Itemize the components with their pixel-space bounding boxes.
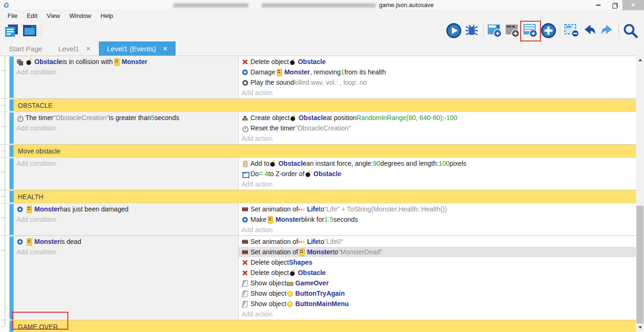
tab-level1-events[interactable]: Level1 (Events)✕ (99, 41, 176, 56)
text-segment: 90 (373, 160, 380, 167)
scroll-up-button[interactable] (636, 57, 644, 64)
object-name: Life (307, 205, 319, 213)
event-selector-bar[interactable] (9, 57, 14, 98)
remove-event-button[interactable] (563, 22, 580, 40)
add-button[interactable] (539, 22, 557, 40)
action-row[interactable]: Reset the timer "ObstacleCreation" (239, 123, 636, 133)
action-row[interactable]: Set animation of Life to "Life0" (239, 236, 636, 247)
event-selector-bar[interactable] (9, 204, 14, 235)
health-icon (242, 216, 249, 223)
tab-level1[interactable]: Level1✕ (50, 41, 99, 56)
text-segment: seconds (333, 216, 358, 223)
condition-row[interactable]: Obstacle is in collision with Monster (14, 57, 238, 67)
add-event-button[interactable] (522, 22, 539, 40)
event-selector-bar[interactable] (9, 158, 14, 189)
action-row[interactable]: Delete object Obstacle (239, 57, 636, 67)
add-action-button[interactable]: Add action (239, 309, 636, 319)
action-row[interactable]: Set animation of Life to "Life" + ToStri… (239, 204, 636, 214)
add-action-button[interactable]: Add action (239, 179, 636, 189)
event-selector-bar[interactable] (9, 145, 14, 157)
text-segment: Play the sound (250, 79, 294, 86)
condition-row[interactable]: The timer "ObstacleCreation" is greater … (14, 113, 238, 123)
project-window-icon (22, 23, 38, 40)
action-row[interactable]: Show object ButtonTryAgain (239, 288, 636, 299)
menu-window[interactable]: Window (64, 11, 96, 20)
bomb-icon (290, 114, 297, 121)
action-row[interactable]: Show object GameOver (239, 278, 636, 288)
text-segment: Add to (250, 160, 269, 167)
action-row[interactable]: Set animation of Monster to "MonsterDead… (239, 247, 636, 257)
add-action-button[interactable]: Add action (239, 133, 636, 144)
tab-close-icon[interactable]: ✕ (86, 45, 91, 52)
tab-close-icon[interactable]: ✕ (162, 45, 168, 52)
add-condition-button[interactable]: Add condition (14, 158, 238, 169)
text-segment: an instant force, angle: (306, 160, 373, 167)
text-segment: to (333, 248, 338, 256)
project-window-button[interactable] (21, 22, 39, 40)
comment-row[interactable]: HEALTH (0, 190, 636, 203)
text-segment: Add condition (16, 68, 56, 76)
event-selector-bar[interactable] (9, 236, 14, 319)
action-row[interactable]: Delete object Obstacle (239, 267, 636, 278)
text-segment: killed.wav, vol.: , loop: no (294, 79, 367, 86)
event-selector-bar[interactable] (9, 99, 14, 111)
event-block: Monster is deadAdd conditionSet animatio… (0, 236, 636, 320)
action-row[interactable]: Play the sound killed.wav, vol.: , loop:… (239, 77, 636, 88)
search-button[interactable] (621, 22, 639, 40)
undo-button[interactable] (580, 22, 598, 40)
health-icon (16, 238, 24, 245)
action-row[interactable]: Show object ButtonMainMenu (239, 299, 636, 309)
redo-button[interactable] (598, 22, 616, 40)
toolbar-separator (560, 24, 560, 38)
text-segment: Add action (242, 310, 273, 318)
minimize-button[interactable] (590, 0, 606, 10)
debug-button[interactable] (463, 22, 481, 40)
scrollbar-track[interactable] (636, 56, 644, 332)
conditions-column: Monster is deadAdd condition (14, 236, 239, 320)
menu-file[interactable]: File (3, 11, 22, 20)
text-segment: degrees and length: (380, 160, 439, 167)
text-segment: "Life" + ToString(Monster.Health::Health… (324, 205, 447, 213)
add-action-button[interactable]: Add action (239, 225, 636, 235)
play-button[interactable] (445, 22, 463, 40)
comment-row[interactable]: Move obstacle (0, 145, 636, 158)
action-row[interactable]: Make Monster blink for 1.5 seconds (239, 214, 636, 225)
gdevelop-logo-icon: G (4, 1, 9, 9)
comment-row[interactable]: OBSTACLE (0, 99, 636, 112)
menu-help[interactable]: Help (96, 11, 118, 20)
add-subevent-button[interactable] (486, 22, 504, 40)
tab-start-page[interactable]: Start Page (1, 41, 50, 56)
scrollbar-thumb[interactable] (636, 206, 644, 324)
monster-icon (266, 216, 274, 223)
add-condition-button[interactable]: Add condition (14, 123, 238, 133)
event-selector-bar[interactable] (9, 113, 14, 144)
object-name: GameOver (295, 279, 329, 287)
text-segment: Show object (250, 290, 286, 297)
add-comment-button[interactable] (504, 22, 522, 40)
action-row[interactable]: Damage Monster, removing 1 from its heal… (239, 67, 636, 77)
maximize-button[interactable] (606, 0, 622, 10)
add-action-button[interactable]: Add action (239, 88, 636, 98)
action-row[interactable]: Create object Obstacle at position Rando… (239, 113, 636, 123)
conditions-column: Obstacle is in collision with MonsterAdd… (14, 56, 239, 98)
event-selector-bar[interactable] (9, 191, 14, 202)
toolbar (0, 21, 644, 41)
monster-icon (275, 69, 282, 76)
action-row[interactable]: Add to Obstacle an instant force, angle:… (239, 158, 636, 169)
comment-row[interactable]: GAME OVER (0, 320, 636, 332)
close-button[interactable]: ✕ (622, 0, 644, 10)
menu-edit[interactable]: Edit (22, 11, 42, 20)
action-row[interactable]: Delete object Shapes (239, 257, 636, 267)
menu-view[interactable]: View (42, 11, 64, 20)
condition-row[interactable]: Monster is dead (14, 236, 238, 247)
action-row[interactable]: Do = 4 to Z-order of Obstacle (239, 169, 636, 179)
tree-tick (1, 105, 5, 105)
text-segment: blink for (301, 216, 324, 223)
add-condition-button[interactable]: Add condition (14, 214, 238, 225)
add-event-icon (523, 23, 539, 40)
condition-row[interactable]: Monster has just been damaged (14, 204, 238, 214)
add-condition-button[interactable]: Add condition (14, 247, 238, 257)
scroll-down-button[interactable] (636, 324, 644, 331)
project-manager-button[interactable] (3, 22, 21, 40)
add-condition-button[interactable]: Add condition (14, 67, 238, 77)
